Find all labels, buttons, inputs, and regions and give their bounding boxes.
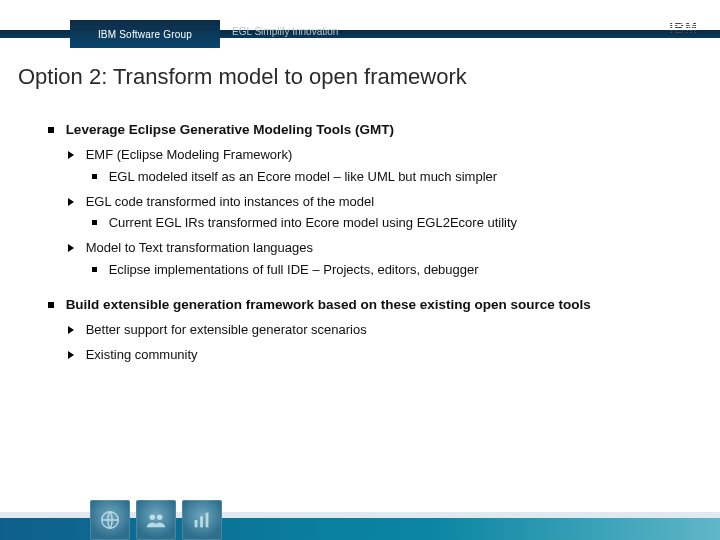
arrow-bullet-icon — [68, 244, 74, 252]
bullet-l1: Leverage Eclipse Generative Modeling Too… — [48, 120, 680, 140]
square-bullet-icon — [48, 127, 54, 133]
bullet-l2: Better support for extensible generator … — [68, 321, 680, 340]
bullet-l3-text: Current EGL IRs transformed into Ecore m… — [109, 215, 517, 230]
footer-tile-people-icon — [136, 500, 176, 540]
header-subtitle: EGL Simplify Innovation — [232, 26, 338, 37]
ibm-logo: IBM — [669, 20, 698, 36]
square-bullet-icon — [92, 174, 97, 179]
bullet-l1-text: Leverage Eclipse Generative Modeling Too… — [66, 122, 394, 137]
bullet-l2: EGL code transformed into instances of t… — [68, 193, 680, 212]
footer — [0, 488, 720, 540]
svg-rect-4 — [200, 516, 203, 527]
svg-point-1 — [150, 515, 156, 521]
header-bar: IBM Software Group EGL Simplify Innovati… — [0, 20, 720, 48]
header-label-box: IBM Software Group — [70, 20, 220, 48]
bullet-l2-text: Existing community — [86, 347, 198, 362]
bullet-l3: EGL modeled itself as an Ecore model – l… — [92, 168, 680, 187]
arrow-bullet-icon — [68, 198, 74, 206]
arrow-bullet-icon — [68, 151, 74, 159]
arrow-bullet-icon — [68, 351, 74, 359]
footer-tile-chart-icon — [182, 500, 222, 540]
svg-point-2 — [157, 515, 163, 521]
slide-content: Leverage Eclipse Generative Modeling Too… — [48, 120, 680, 367]
bullet-l3-text: EGL modeled itself as an Ecore model – l… — [109, 169, 497, 184]
bullet-l2: Model to Text transformation languages — [68, 239, 680, 258]
bullet-l2: EMF (Eclipse Modeling Framework) — [68, 146, 680, 165]
bullet-l1-text: Build extensible generation framework ba… — [66, 297, 591, 312]
square-bullet-icon — [92, 267, 97, 272]
bullet-l2-text: EGL code transformed into instances of t… — [86, 194, 375, 209]
svg-rect-3 — [195, 520, 198, 527]
square-bullet-icon — [48, 302, 54, 308]
bullet-l2: Existing community — [68, 346, 680, 365]
svg-rect-5 — [206, 513, 209, 528]
bullet-l3: Current EGL IRs transformed into Ecore m… — [92, 214, 680, 233]
header-group-label: IBM Software Group — [98, 29, 192, 40]
footer-tiles — [90, 500, 222, 540]
arrow-bullet-icon — [68, 326, 74, 334]
bullet-l2-text: Better support for extensible generator … — [86, 322, 367, 337]
slide: IBM Software Group EGL Simplify Innovati… — [0, 0, 720, 540]
slide-title: Option 2: Transform model to open framew… — [18, 64, 467, 90]
bullet-l3-text: Eclipse implementations of full IDE – Pr… — [109, 262, 479, 277]
bullet-l2-text: Model to Text transformation languages — [86, 240, 313, 255]
bullet-l1: Build extensible generation framework ba… — [48, 295, 680, 315]
bullet-l3: Eclipse implementations of full IDE – Pr… — [92, 261, 680, 280]
footer-tile-globe-icon — [90, 500, 130, 540]
square-bullet-icon — [92, 220, 97, 225]
bullet-l2-text: EMF (Eclipse Modeling Framework) — [86, 147, 293, 162]
